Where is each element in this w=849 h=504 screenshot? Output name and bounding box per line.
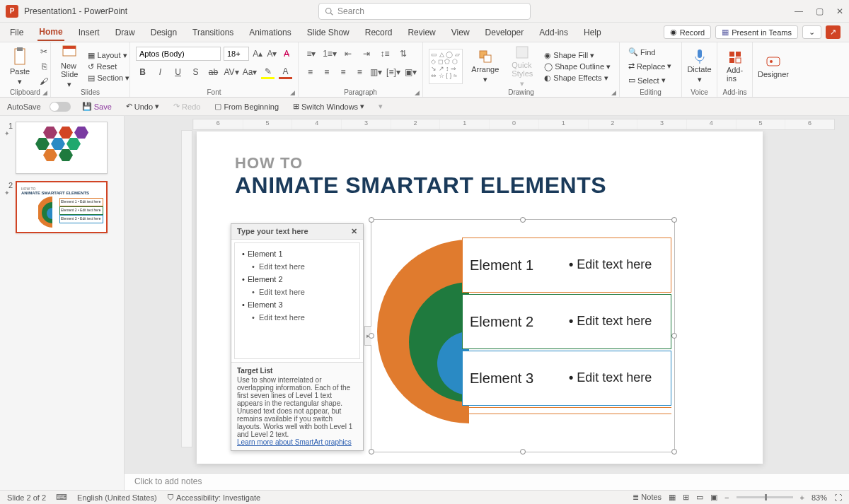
slide-sorter-button[interactable]: ⊞: [683, 493, 689, 502]
format-painter-button[interactable]: 🖌: [37, 74, 51, 88]
smartart-convert-button[interactable]: ▣▾: [405, 65, 417, 79]
slideshow-view-button[interactable]: ▣: [710, 493, 717, 502]
zoom-slider[interactable]: [737, 496, 793, 498]
smartart-graphic[interactable]: ▸ Element 1 Edit text here: [371, 219, 675, 452]
slide-counter[interactable]: Slide 2 of 2: [7, 493, 46, 502]
slide-thumbnail-1[interactable]: [16, 122, 108, 174]
tab-draw[interactable]: Draw: [114, 25, 137, 40]
tab-slideshow[interactable]: Slide Show: [306, 25, 351, 40]
clear-formatting-button[interactable]: A̶: [281, 47, 292, 61]
zoom-in-button[interactable]: +: [800, 493, 804, 502]
tab-record[interactable]: Record: [364, 25, 394, 40]
quick-styles-button[interactable]: Quick Styles ▾: [507, 44, 537, 90]
change-case-button[interactable]: Aa▾: [243, 65, 257, 79]
smartart-row-1[interactable]: Element 1 Edit text here: [462, 238, 671, 293]
underline-button[interactable]: U: [171, 65, 185, 79]
align-text-button[interactable]: [≡]▾: [386, 65, 400, 79]
text-pane-item[interactable]: Element 2: [242, 273, 352, 286]
spell-check-icon[interactable]: ⌨: [56, 493, 67, 502]
drawing-launcher[interactable]: ◢: [611, 89, 616, 96]
shape-effects-button[interactable]: ◐ Shape Effects ▾: [541, 73, 611, 83]
resize-handle[interactable]: [369, 217, 374, 223]
cut-button[interactable]: ✂: [37, 45, 51, 59]
layout-button[interactable]: ▦ Layout ▾: [85, 50, 129, 61]
find-button[interactable]: 🔍 Find: [625, 47, 658, 57]
designer-button[interactable]: Designer: [758, 45, 788, 87]
resize-handle[interactable]: [520, 217, 526, 223]
save-button[interactable]: 💾 Save: [79, 101, 115, 112]
character-spacing-button[interactable]: AV▾: [224, 65, 238, 79]
zoom-percent[interactable]: 83%: [812, 493, 827, 502]
bold-button[interactable]: B: [136, 65, 149, 79]
arrange-button[interactable]: Arrange ▾: [467, 48, 503, 86]
resize-handle[interactable]: [369, 449, 374, 455]
align-center-button[interactable]: ≡: [320, 65, 333, 79]
smartart-element-name[interactable]: Element 2: [470, 314, 569, 330]
justify-button[interactable]: ≡: [354, 65, 366, 79]
accessibility-button[interactable]: ⛉ Accessibility: Investigate: [167, 493, 261, 502]
numbering-button[interactable]: 1≡▾: [323, 47, 337, 61]
replace-button[interactable]: ⇄ Replace ▾: [625, 61, 674, 71]
recording-button[interactable]: ◉ Record: [664, 25, 711, 39]
slide-editor[interactable]: 6543210123456 HOW TO ANIMATE SMARTART EL…: [125, 116, 849, 490]
shape-outline-button[interactable]: ◯ Shape Outline ▾: [541, 61, 613, 72]
addins-button[interactable]: Add-ins: [723, 45, 746, 87]
resize-handle[interactable]: [369, 333, 374, 339]
tab-file[interactable]: File: [8, 25, 25, 40]
tab-view[interactable]: View: [450, 25, 471, 40]
maximize-button[interactable]: ▢: [816, 6, 824, 16]
tab-developer[interactable]: Developer: [484, 25, 526, 40]
autosave-toggle[interactable]: [50, 102, 71, 112]
font-name-input[interactable]: [136, 47, 221, 61]
tab-insert[interactable]: Insert: [77, 25, 101, 40]
slide-title[interactable]: ANIMATE SMARTART ELEMENTS: [235, 172, 606, 199]
text-pane-subitem[interactable]: Edit text here: [242, 311, 352, 324]
clipboard-launcher[interactable]: ◢: [42, 89, 47, 96]
tab-addins[interactable]: Add-ins: [538, 25, 570, 40]
notes-toggle-button[interactable]: ≣ Notes: [633, 493, 662, 502]
zoom-out-button[interactable]: −: [724, 493, 729, 502]
shape-fill-button[interactable]: ◉ Shape Fill ▾: [541, 50, 597, 61]
present-in-teams-button[interactable]: ▦ Present in Teams: [715, 25, 798, 39]
redo-button[interactable]: ↷ Redo: [171, 101, 203, 112]
reading-view-button[interactable]: ▭: [696, 493, 703, 502]
text-pane-item[interactable]: Element 3: [242, 298, 352, 311]
decrease-indent-button[interactable]: ⇤: [341, 47, 355, 61]
smartart-element-bullet[interactable]: Edit text here: [569, 314, 652, 329]
smartart-row-3[interactable]: Element 3 Edit text here: [462, 351, 671, 406]
smartart-element-bullet[interactable]: Edit text here: [569, 257, 652, 273]
tab-review[interactable]: Review: [406, 25, 437, 40]
dictate-button[interactable]: Dictate ▾: [688, 45, 711, 87]
smartart-element-name[interactable]: Element 3: [470, 370, 569, 387]
bullets-button[interactable]: ≡▾: [304, 47, 318, 61]
from-beginning-button[interactable]: ▢ From Beginning: [212, 101, 282, 112]
shadow-button[interactable]: S: [189, 65, 202, 79]
increase-indent-button[interactable]: ⇥: [359, 47, 374, 61]
notes-pane[interactable]: Click to add notes: [125, 473, 849, 490]
smartart-row-2[interactable]: Element 2 Edit text here: [462, 294, 671, 349]
line-spacing-button[interactable]: ↕≡: [378, 47, 392, 61]
collapse-ribbon-button[interactable]: ⌄: [802, 25, 821, 39]
reset-button[interactable]: ↺ Reset: [85, 61, 120, 72]
tab-home[interactable]: Home: [37, 24, 64, 41]
columns-button[interactable]: ▥▾: [370, 65, 382, 79]
minimize-button[interactable]: —: [795, 6, 803, 16]
share-button[interactable]: ↗: [826, 25, 841, 39]
section-button[interactable]: ▤ Section ▾: [85, 73, 132, 83]
text-pane-close-icon[interactable]: ✕: [351, 227, 357, 236]
font-color-button[interactable]: A: [279, 65, 292, 79]
shapes-gallery[interactable]: ▭ △ ◯ ▱ ◇ ◻ ⬠ ⬡ ↘ ↗ ↕ ⇒ ⇔ ☆ { } ≈: [429, 49, 463, 84]
text-pane-subitem[interactable]: Edit text here: [242, 260, 352, 273]
resize-handle[interactable]: [671, 217, 677, 223]
strikethrough-button[interactable]: ab: [207, 65, 220, 79]
increase-font-button[interactable]: A▴: [252, 47, 263, 61]
italic-button[interactable]: I: [154, 65, 167, 79]
slide-subtitle[interactable]: HOW TO: [235, 154, 303, 172]
search-input[interactable]: Search: [318, 3, 531, 20]
switch-windows-button[interactable]: ⊞ Switch Windows ▾: [290, 101, 367, 112]
resize-handle[interactable]: [671, 449, 677, 455]
text-pane-subitem[interactable]: Edit text here: [242, 286, 352, 298]
font-size-input[interactable]: [224, 47, 249, 61]
highlight-button[interactable]: ✎: [261, 65, 275, 79]
slide-thumbnail-2[interactable]: HOW TO ANIMATE SMARTART ELEMENTS Element…: [16, 181, 108, 233]
